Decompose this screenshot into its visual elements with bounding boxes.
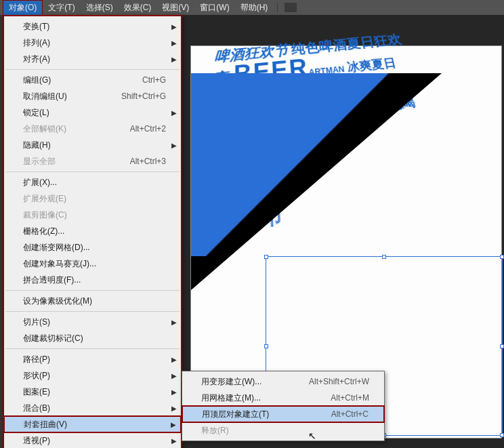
menu-type[interactable]: 文字(T) [43, 1, 80, 15]
menu-item-对齐a[interactable]: 对齐(A)▶ [4, 51, 181, 67]
menu-help[interactable]: 帮助(H) [235, 1, 274, 15]
menu-item-封套扭曲v[interactable]: 封套扭曲(V)▶ [4, 416, 181, 432]
menu-item-混合b[interactable]: 混合(B)▶ [4, 400, 181, 416]
menu-item-排列a[interactable]: 排列(A)▶ [4, 35, 181, 51]
menu-item-取消编组u[interactable]: 取消编组(U)Shift+Ctrl+G [4, 88, 181, 104]
menu-select[interactable]: 选择(S) [81, 1, 119, 15]
menu-item-栅格化z[interactable]: 栅格化(Z)... [4, 223, 181, 239]
menu-item-变换t[interactable]: 变换(T)▶ [4, 18, 181, 35]
menu-item-显示全部: 显示全部Alt+Ctrl+3 [4, 153, 181, 169]
menu-item-设为像素级优化m[interactable]: 设为像素级优化(M) [4, 293, 181, 309]
submenu-arrow-icon: ▶ [171, 437, 177, 445]
menu-view[interactable]: 视图(V) [156, 1, 194, 15]
submenu-arrow-icon: ▶ [171, 142, 177, 149]
submenu-arrow-icon: ▶ [171, 405, 177, 412]
menu-item-扩展外观e: 扩展外观(E) [4, 190, 181, 207]
menu-item-创建裁切标记c[interactable]: 创建裁切标记(C) [4, 330, 181, 346]
menu-window[interactable]: 窗口(W) [194, 1, 234, 15]
layout-icon[interactable] [285, 3, 297, 12]
menu-item-创建对象马赛克j[interactable]: 创建对象马赛克(J)... [4, 256, 181, 272]
menu-item-扩展x[interactable]: 扩展(X)... [4, 174, 181, 190]
submenu-arrow-icon: ▶ [171, 319, 177, 326]
submenu-arrow-icon: ▶ [171, 39, 177, 47]
menu-item-隐藏h[interactable]: 隐藏(H)▶ [4, 137, 181, 153]
submenu-arrow-icon: ▶ [171, 372, 177, 380]
envelope-distort-submenu: 用变形建立(W)...Alt+Shift+Ctrl+W用网格建立(M)...Al… [182, 371, 385, 441]
menu-effect[interactable]: 效果(C) [119, 1, 157, 15]
menubar: 对象(O) 文字(T) 选择(S) 效果(C) 视图(V) 窗口(W) 帮助(H… [0, 0, 504, 15]
menu-item-路径p[interactable]: 路径(P)▶ [4, 351, 181, 367]
submenu-item-用顶层对象建立t[interactable]: 用顶层对象建立(T)Alt+Ctrl+C [182, 406, 384, 422]
object-menu-dropdown: 变换(T)▶排列(A)▶对齐(A)▶编组(G)Ctrl+G取消编组(U)Shif… [3, 15, 182, 448]
menu-item-形状p[interactable]: 形状(P)▶ [4, 367, 181, 384]
submenu-arrow-icon: ▶ [171, 56, 177, 63]
menu-item-裁剪图像c: 裁剪图像(C) [4, 207, 181, 223]
submenu-arrow-icon: ▶ [171, 23, 177, 30]
submenu-item-用网格建立m[interactable]: 用网格建立(M)...Alt+Ctrl+M [182, 390, 384, 406]
submenu-item-释放r: 释放(R) [182, 422, 384, 439]
menu-item-图案e[interactable]: 图案(E)▶ [4, 384, 181, 400]
menu-item-透视p[interactable]: 透视(P)▶ [4, 432, 181, 448]
cursor-icon: ↖ [308, 430, 316, 441]
submenu-arrow-icon: ▶ [171, 109, 177, 117]
submenu-item-用变形建立w[interactable]: 用变形建立(W)...Alt+Shift+Ctrl+W [182, 373, 384, 390]
menu-object[interactable]: 对象(O) [3, 0, 43, 16]
menu-item-锁定l[interactable]: 锁定(L)▶ [4, 104, 181, 121]
submenu-arrow-icon: ▶ [171, 388, 177, 396]
menubar-divider [277, 3, 278, 12]
menu-item-切片s[interactable]: 切片(S)▶ [4, 314, 181, 330]
menu-item-全部解锁k: 全部解锁(K)Alt+Ctrl+2 [4, 121, 181, 137]
menu-item-创建渐变网格d[interactable]: 创建渐变网格(D)... [4, 239, 181, 256]
submenu-arrow-icon: ▶ [171, 356, 177, 363]
menu-item-拼合透明度f[interactable]: 拼合透明度(F)... [4, 272, 181, 288]
menu-item-编组g[interactable]: 编组(G)Ctrl+G [4, 72, 181, 88]
submenu-arrow-icon: ▶ [171, 421, 176, 428]
